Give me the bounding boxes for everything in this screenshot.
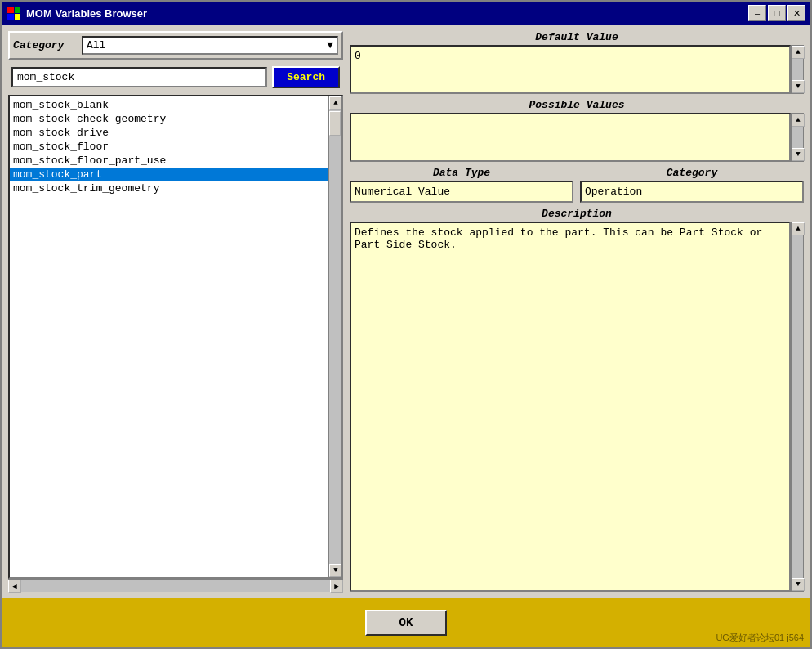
desc-scroll-track[interactable] [792, 235, 803, 578]
variables-list-container: mom_stock_blankmom_stock_check_geometrym… [8, 95, 343, 579]
possible-values-container: ▲ ▼ [350, 113, 804, 162]
list-item[interactable]: mom_stock_floor_part_use [10, 154, 328, 168]
default-value-section: Default Value ▲ ▼ [350, 31, 804, 94]
minimize-button[interactable]: – [748, 5, 766, 21]
data-type-input[interactable] [350, 181, 573, 203]
dv-scroll-up[interactable]: ▲ [792, 46, 805, 59]
main-window: MOM Variables Browser – □ ✕ Category All… [0, 0, 812, 649]
description-textarea[interactable] [350, 222, 791, 592]
dropdown-arrow-icon: ▼ [327, 39, 333, 51]
variables-list-scroll[interactable]: mom_stock_blankmom_stock_check_geometrym… [10, 96, 328, 577]
desc-scroll-up[interactable]: ▲ [792, 222, 805, 235]
data-type-label: Data Type [350, 167, 573, 179]
hscroll-track[interactable] [21, 580, 330, 592]
list-item[interactable]: mom_stock_trim_geometry [10, 181, 328, 195]
scroll-left-button[interactable]: ◀ [8, 580, 21, 593]
scroll-down-button[interactable]: ▼ [329, 564, 342, 577]
pv-scroll-down[interactable]: ▼ [792, 148, 805, 161]
default-value-container: ▲ ▼ [350, 45, 804, 94]
possible-values-section: Possible Values ▲ ▼ [350, 99, 804, 162]
category-dropdown[interactable]: All ▼ [82, 36, 338, 55]
description-container: ▲ ▼ [350, 222, 804, 592]
pv-scroll-up[interactable]: ▲ [792, 114, 805, 127]
list-item[interactable]: mom_stock_blank [10, 98, 328, 112]
list-hscroll-row: ◀ ▶ [8, 579, 343, 592]
scroll-up-button[interactable]: ▲ [329, 96, 342, 110]
data-type-category-row: Data Type Category [350, 167, 804, 203]
list-item[interactable]: mom_stock_floor [10, 140, 328, 154]
pv-scroll-track[interactable] [792, 127, 803, 148]
search-row: Search [8, 65, 343, 90]
ok-button[interactable]: OK [365, 610, 448, 636]
default-value-textarea[interactable] [350, 45, 791, 94]
right-panel: Default Value ▲ ▼ Possible Values [350, 31, 804, 592]
category-row: Category All ▼ [8, 31, 343, 60]
watermark: UG爱好者论坛01 j564 [716, 632, 804, 644]
window-title: MOM Variables Browser [26, 7, 748, 20]
desc-vscroll: ▲ ▼ [791, 222, 804, 592]
window-controls: – □ ✕ [748, 5, 805, 21]
possible-values-label: Possible Values [350, 99, 804, 111]
list-item[interactable]: mom_stock_drive [10, 126, 328, 140]
close-button[interactable]: ✕ [787, 5, 805, 21]
scroll-thumb[interactable] [329, 111, 341, 136]
bottom-bar: OK [2, 598, 810, 647]
scroll-right-button[interactable]: ▶ [330, 580, 343, 593]
data-type-col: Data Type [350, 167, 573, 203]
variables-list: mom_stock_blankmom_stock_check_geometrym… [10, 96, 328, 197]
description-section: Description ▲ ▼ [350, 208, 804, 592]
titlebar: MOM Variables Browser – □ ✕ [2, 2, 810, 25]
list-vertical-scrollbar: ▲ ▼ [328, 96, 341, 577]
category-right-label: Category [580, 167, 804, 179]
default-value-vscroll: ▲ ▼ [791, 45, 804, 94]
category-col: Category [580, 167, 804, 203]
category-label: Category [13, 39, 78, 51]
list-item[interactable]: mom_stock_check_geometry [10, 112, 328, 126]
description-label: Description [350, 208, 804, 220]
main-content: Category All ▼ Search mo [2, 25, 810, 598]
search-input[interactable] [11, 67, 267, 87]
default-value-label: Default Value [350, 31, 804, 43]
search-button[interactable]: Search [272, 66, 340, 88]
dv-scroll-down[interactable]: ▼ [792, 80, 805, 93]
list-item[interactable]: mom_stock_part [10, 168, 328, 181]
category-value: All [87, 39, 105, 51]
scroll-track[interactable] [329, 110, 341, 564]
left-panel: Category All ▼ Search mo [8, 31, 343, 592]
desc-scroll-down[interactable]: ▼ [792, 578, 805, 591]
category-right-input[interactable] [580, 181, 804, 203]
pv-vscroll: ▲ ▼ [791, 113, 804, 162]
top-section: Category All ▼ Search mo [8, 31, 804, 592]
dv-scroll-track[interactable] [792, 59, 803, 80]
possible-values-textarea[interactable] [350, 113, 791, 162]
maximize-button[interactable]: □ [768, 5, 786, 21]
list-horizontal-scrollbar: ◀ ▶ [8, 579, 343, 592]
app-icon [7, 6, 21, 20]
